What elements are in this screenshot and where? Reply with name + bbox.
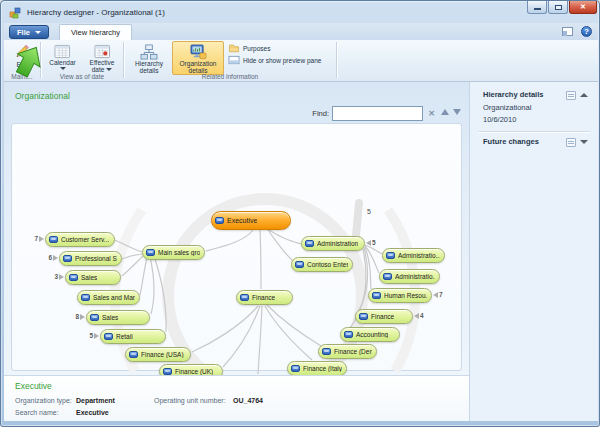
chevron-down-icon (35, 31, 41, 34)
org-node-17[interactable]: Finance4 (355, 309, 413, 324)
effective-date-button[interactable]: Effective date (83, 41, 121, 74)
maximize-button[interactable] (548, 1, 568, 14)
preview-pane-icon[interactable] (562, 27, 573, 36)
org-node-1[interactable]: Customer Serv...7 (45, 232, 115, 247)
find-previous-icon[interactable] (441, 109, 449, 115)
effective-date-label-1: Effective (90, 59, 115, 66)
purposes-icon (228, 43, 240, 53)
future-changes-header[interactable]: Future changes (483, 137, 539, 146)
calendar-label: Calendar (49, 59, 75, 66)
minimize-button[interactable] (527, 1, 547, 14)
close-button[interactable]: ✕ (569, 1, 597, 14)
org-node-label: Finance (371, 313, 394, 320)
purposes-label: Purposes (243, 45, 270, 52)
org-node-12[interactable]: Administration5 (301, 236, 365, 251)
search-name-label: Search name: (15, 409, 59, 416)
org-node-19[interactable]: Finance (Den... (318, 344, 377, 359)
organization-details-label-1: Organization (180, 60, 217, 67)
org-node-10[interactable]: Main sales gro... (142, 245, 205, 260)
drag-cursor-arrow-icon[interactable] (9, 43, 49, 85)
hierarchy-designer-window: Hierarchy designer - Organizational (1) … (0, 0, 600, 427)
hierarchy-details-header[interactable]: Hierarchy details (483, 90, 543, 99)
org-node-3[interactable]: Sales3 (65, 270, 121, 285)
expand-fan-icon (53, 255, 58, 261)
organization-details-icon (189, 44, 207, 60)
hide-show-preview-pane-button[interactable]: Hide or show preview pane (228, 55, 321, 65)
chevron-up-icon[interactable] (580, 93, 588, 97)
org-node-label: Retail (116, 333, 133, 340)
org-node-label: Finance (252, 294, 275, 301)
file-menu-button[interactable]: File (9, 25, 49, 39)
computer-icon (69, 274, 78, 281)
hierarchy-details-button[interactable]: Hierarchy details (128, 41, 170, 75)
chevron-down-icon (106, 68, 112, 71)
org-node-20[interactable]: Finance (Italy) (287, 361, 347, 376)
find-bar: Find: ✕ (4, 106, 469, 122)
calendar-button[interactable]: Calendar (44, 41, 81, 71)
hierarchy-date: 10/6/2010 (483, 115, 516, 124)
expand-badge[interactable]: 8 (75, 313, 85, 320)
minimize-icon (534, 8, 541, 10)
expand-badge[interactable]: 4 (414, 312, 424, 319)
org-node-5[interactable]: Sales8 (86, 310, 150, 325)
tab-row: File View hierarchy ? (4, 23, 598, 40)
org-node-11[interactable]: Finance (236, 290, 293, 305)
org-node-label: Accounting (356, 331, 388, 338)
org-node-label: Customer Serv... (61, 236, 109, 243)
maximize-icon (555, 5, 562, 10)
group-separator (336, 42, 337, 78)
organization-details-button[interactable]: Organization details (172, 41, 224, 75)
org-node-16[interactable]: Human Resou...7 (368, 288, 432, 303)
section-page-icon[interactable] (566, 91, 576, 100)
org-node-label: Administration (317, 240, 358, 247)
org-node-14[interactable]: Administratio... (382, 248, 445, 263)
computer-icon (295, 261, 304, 268)
computer-icon (291, 365, 300, 372)
expand-badge[interactable]: 3 (54, 273, 64, 280)
operating-unit-label: Operating unit number: (154, 397, 226, 404)
org-node-7[interactable]: Finance (USA) (125, 347, 191, 362)
expand-badge[interactable]: 7 (433, 291, 443, 298)
org-node-label: Contoso Enter... (307, 261, 348, 268)
purposes-button[interactable]: Purposes (228, 43, 270, 53)
app-icon (9, 6, 22, 19)
title-bar[interactable]: Hierarchy designer - Organizational (1) … (1, 1, 600, 23)
ribbon: Edit Maint... Calendar (4, 40, 598, 82)
expand-badge[interactable]: 7 (34, 235, 44, 242)
org-node-0[interactable]: Executive (211, 211, 291, 230)
child-count: 7 (439, 291, 443, 298)
details-sidebar: Hierarchy details Organizational 10/6/20… (469, 82, 598, 421)
hierarchy-canvas[interactable]: Organizational Find: ✕ (4, 82, 469, 375)
org-node-label: Finance (Den... (334, 348, 372, 355)
find-next-icon[interactable] (453, 109, 461, 115)
org-node-13[interactable]: Contoso Enter... (291, 257, 353, 272)
hierarchy-details-label-1: Hierarchy (135, 60, 163, 67)
computer-icon (240, 294, 249, 301)
org-node-4[interactable]: Sales and Mar... (77, 290, 140, 305)
computer-icon (129, 351, 138, 358)
expand-badge[interactable]: 5 (89, 332, 99, 339)
tab-view-hierarchy[interactable]: View hierarchy (59, 24, 132, 40)
org-node-label: Finance (Italy) (303, 365, 342, 372)
computer-icon (372, 292, 381, 299)
expand-badge[interactable]: 5 (366, 239, 376, 246)
expand-fan-icon (94, 333, 99, 339)
expand-badge[interactable]: 6 (48, 254, 58, 261)
org-node-18[interactable]: Accounting (340, 327, 400, 342)
org-node-15[interactable]: Administratio... (379, 269, 440, 284)
org-node-label: Human Resou... (384, 292, 427, 299)
computer-icon (344, 331, 353, 338)
org-node-6[interactable]: Retail5 (100, 329, 166, 344)
org-node-2[interactable]: Professional S...6 (59, 251, 122, 266)
expand-fan-icon (39, 236, 44, 242)
child-count: 5 (89, 332, 93, 339)
section-page-icon[interactable] (566, 138, 576, 147)
clear-find-icon[interactable]: ✕ (428, 109, 435, 118)
find-input[interactable] (332, 106, 423, 121)
calendar-icon (54, 44, 71, 59)
org-node-label: Sales (102, 314, 118, 321)
help-icon[interactable]: ? (581, 26, 592, 37)
chevron-down-icon[interactable] (580, 140, 588, 144)
drag-count-badge: 5 (367, 208, 371, 215)
expand-fan-icon (366, 240, 371, 246)
